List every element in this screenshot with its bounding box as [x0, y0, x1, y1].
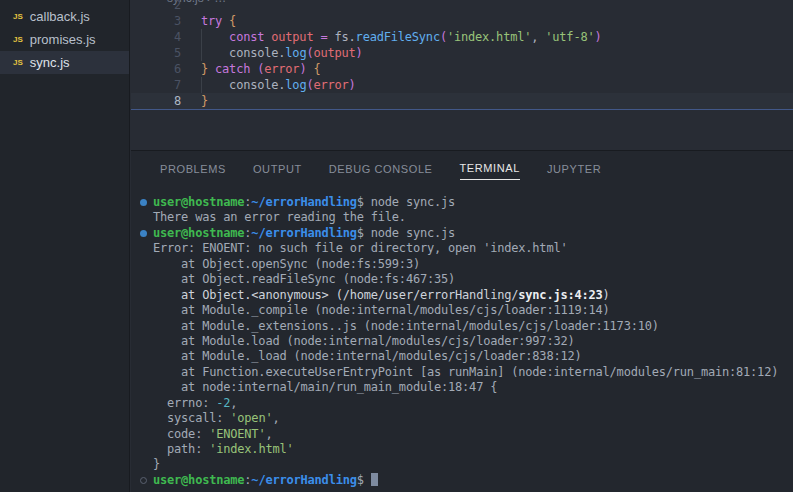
- token: }: [201, 62, 208, 76]
- terminal-line: at node:internal/main/run_main_module:18…: [131, 380, 793, 395]
- terminal-text: There was an error reading the file.: [153, 210, 406, 224]
- terminal-line: at Object.openSync (node:fs:599:3): [131, 257, 793, 272]
- terminal-text: at Object.openSync (node:fs:599:3): [153, 257, 420, 271]
- terminal-line: at Module._load (node:internal/modules/c…: [131, 349, 793, 364]
- token: error: [264, 62, 299, 76]
- command-decoration-filled-icon[interactable]: [140, 230, 147, 237]
- terminal-line: There was an error reading the file.: [131, 210, 793, 225]
- token: .: [349, 30, 356, 44]
- token: readFileSync: [356, 30, 440, 44]
- code-line-8[interactable]: 8}: [131, 93, 793, 109]
- terminal-line: user@hostname:~/errorHandling$ node sync…: [131, 226, 793, 241]
- token: {: [313, 62, 320, 76]
- terminal-text: at Object.<anonymous> (/home/user/errorH…: [153, 288, 518, 302]
- token: ): [356, 46, 363, 60]
- terminal-text: 'open': [230, 411, 272, 425]
- code-line-7[interactable]: 7 console.log(error): [131, 77, 793, 93]
- token: log: [285, 78, 306, 92]
- js-file-icon: JS: [13, 12, 23, 21]
- token: 'utf-8': [545, 30, 594, 44]
- terminal-text: 'ENOENT': [209, 427, 265, 441]
- command-decoration-hollow-icon[interactable]: [140, 477, 147, 484]
- terminal-text: syscall:: [153, 411, 230, 425]
- terminal-output[interactable]: user@hostname:~/errorHandling$ node sync…: [131, 195, 793, 492]
- token: catch: [215, 62, 250, 76]
- line-number: 4: [131, 29, 201, 45]
- panel-tab-bar: PROBLEMSOUTPUTDEBUG CONSOLETERMINALJUPYT…: [131, 151, 793, 187]
- terminal-line: at Object.<anonymous> (/home/user/errorH…: [131, 288, 793, 303]
- code-line-5[interactable]: 5 console.log(output): [131, 45, 793, 61]
- code-text: const output = fs.readFileSync('index.ht…: [201, 30, 602, 44]
- code-line-2[interactable]: 2: [131, 0, 793, 13]
- file-explorer: JScallback.jsJSpromises.jsJSsync.js: [0, 0, 130, 492]
- terminal-line: at Object.readFileSync (node:fs:467:35): [131, 272, 793, 287]
- sidebar-item-promises.js[interactable]: JSpromises.js: [0, 28, 129, 51]
- token: }: [201, 94, 208, 108]
- panel-tab-debug-console[interactable]: DEBUG CONSOLE: [329, 159, 433, 180]
- file-name: sync.js: [30, 55, 70, 70]
- terminal-text: at Module._compile (node:internal/module…: [153, 303, 610, 317]
- token: console: [229, 46, 278, 60]
- terminal-text: ): [603, 288, 610, 302]
- token: [327, 30, 334, 44]
- token: [201, 30, 229, 44]
- js-file-icon: JS: [13, 58, 23, 67]
- terminal-text: $: [357, 473, 371, 487]
- terminal-text: at node:internal/main/run_main_module:18…: [153, 380, 497, 394]
- terminal-text: errno:: [153, 396, 216, 410]
- indent-guide: [201, 77, 202, 93]
- token: (: [440, 30, 447, 44]
- terminal-text: Error: ENOENT: no such file or directory…: [153, 241, 567, 255]
- panel-tab-output[interactable]: OUTPUT: [253, 159, 302, 180]
- token: fs: [335, 30, 349, 44]
- token: ): [349, 78, 356, 92]
- code-text: console.log(output): [201, 46, 363, 60]
- token: ,: [531, 30, 545, 44]
- file-name: promises.js: [30, 32, 96, 47]
- token: error: [313, 78, 348, 92]
- token: const: [229, 30, 264, 44]
- token: log: [285, 46, 306, 60]
- terminal-line: Error: ENOENT: no such file or directory…: [131, 241, 793, 256]
- terminal-text: at Module._load (node:internal/modules/c…: [153, 349, 582, 363]
- terminal-line: code: 'ENOENT',: [131, 427, 793, 442]
- indent-guide: [201, 29, 202, 45]
- code-line-3[interactable]: 3try {: [131, 13, 793, 29]
- vscode-window: JScallback.jsJSpromises.jsJSsync.js sync…: [0, 0, 793, 492]
- code-text: try {: [201, 14, 236, 28]
- terminal-text: at Module.load (node:internal/modules/cj…: [153, 334, 574, 348]
- code-line-4[interactable]: 4 const output = fs.readFileSync('index.…: [131, 29, 793, 45]
- code-line-6[interactable]: 6} catch (error) {: [131, 61, 793, 77]
- terminal-line: syscall: 'open',: [131, 411, 793, 426]
- panel-tab-terminal[interactable]: TERMINAL: [460, 158, 520, 180]
- terminal-text: at Module._extensions..js (node:internal…: [153, 319, 659, 333]
- panel-tab-problems[interactable]: PROBLEMS: [160, 159, 226, 180]
- terminal-text: user@hostname: [153, 195, 244, 209]
- sidebar-item-callback.js[interactable]: JScallback.js: [0, 5, 129, 28]
- token: try: [201, 14, 222, 28]
- line-number: 6: [131, 61, 201, 77]
- terminal-line: user@hostname:~/errorHandling$ node sync…: [131, 195, 793, 210]
- token: [208, 62, 215, 76]
- terminal-text: ~/errorHandling: [251, 473, 356, 487]
- bottom-panel: PROBLEMSOUTPUTDEBUG CONSOLETERMINALJUPYT…: [131, 150, 793, 492]
- terminal-text: 'index.html': [209, 442, 293, 456]
- panel-tab-jupyter[interactable]: JUPYTER: [547, 159, 601, 180]
- token: console: [229, 78, 278, 92]
- terminal-text: at Object.readFileSync (node:fs:467:35): [153, 272, 455, 286]
- code-editor[interactable]: sync.js › … 23try {4 const output = fs.r…: [131, 0, 793, 150]
- terminal-text: $ node sync.js: [357, 226, 455, 240]
- terminal-text: -2: [216, 396, 230, 410]
- sidebar-item-sync.js[interactable]: JSsync.js: [0, 51, 129, 74]
- terminal-text: sync.js:4:23: [518, 288, 602, 302]
- terminal-text: ~/errorHandling: [251, 195, 356, 209]
- terminal-line: at Function.executeUserEntryPoint [as ru…: [131, 365, 793, 380]
- line-number: 7: [131, 77, 201, 93]
- terminal-text: user@hostname: [153, 473, 244, 487]
- js-file-icon: JS: [13, 35, 23, 44]
- token: 'index.html': [447, 30, 531, 44]
- command-decoration-filled-icon[interactable]: [140, 199, 147, 206]
- terminal-line: errno: -2,: [131, 396, 793, 411]
- file-name: callback.js: [30, 9, 90, 24]
- token: [201, 46, 229, 60]
